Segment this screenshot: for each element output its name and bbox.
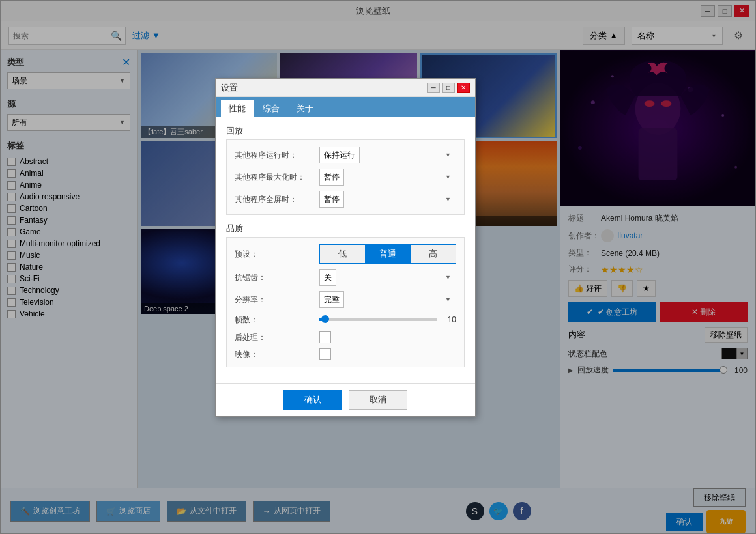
like-button[interactable]: 👍 好评	[568, 280, 607, 297]
preset-high-button[interactable]: 高	[411, 245, 456, 263]
preview-svg	[560, 50, 755, 206]
workshop-button[interactable]: ✔ ✔ 创意工坊	[568, 302, 656, 322]
other-run-select-wrapper: 保持运行	[319, 147, 456, 163]
frames-slider-wrap: 10	[319, 313, 456, 326]
tag-cartoon[interactable]: Cartoon	[7, 203, 130, 214]
tag-multi-monitor-checkbox[interactable]	[7, 240, 16, 248]
name-dropdown[interactable]: 名称 ▼	[632, 27, 723, 45]
settings-button[interactable]: ⚙	[729, 27, 748, 45]
favorite-button[interactable]: ★	[637, 280, 656, 297]
tag-technology-checkbox[interactable]	[7, 287, 16, 295]
tag-audio-responsive-checkbox[interactable]	[7, 193, 16, 201]
tag-fantasy-checkbox[interactable]	[7, 216, 16, 225]
tag-vehicle-checkbox[interactable]	[7, 310, 16, 318]
dialog-close-button[interactable]: ✕	[457, 83, 470, 93]
reflection-checkbox[interactable]	[319, 348, 331, 360]
clear-type-button[interactable]: ✕	[122, 57, 130, 68]
source-dropdown[interactable]: 所有	[7, 114, 130, 131]
playback-header: 回放	[226, 125, 465, 137]
frames-slider-thumb	[321, 315, 329, 323]
open-web-button[interactable]: → 从网页中打开	[253, 501, 330, 522]
other-max-select[interactable]: 暂停	[319, 169, 344, 186]
other-run-select[interactable]: 保持运行	[319, 147, 360, 163]
svg-point-6	[734, 166, 737, 169]
status-bar-label: 状态栏配色	[568, 348, 721, 359]
minimize-button[interactable]: ─	[701, 5, 715, 17]
name-dropdown-label: 名称	[637, 30, 711, 42]
tag-anime-checkbox[interactable]	[7, 181, 16, 190]
tag-scifi-checkbox[interactable]	[7, 275, 16, 283]
tag-television-checkbox[interactable]	[7, 298, 16, 307]
speed-slider[interactable]	[613, 369, 724, 372]
tag-game-checkbox[interactable]	[7, 228, 16, 236]
close-button[interactable]: ✕	[734, 5, 749, 17]
other-run-row: 其他程序运行时： 保持运行	[235, 147, 456, 163]
tag-television[interactable]: Television	[7, 296, 130, 308]
anime-preview-image	[560, 50, 755, 206]
quality-section-title: 品质	[226, 223, 243, 233]
open-file-button[interactable]: 📂 从文件中打开	[167, 501, 246, 522]
tag-music[interactable]: Music	[7, 249, 130, 261]
tag-anime[interactable]: Anime	[7, 179, 130, 191]
type-dropdown[interactable]: 场景	[7, 72, 130, 89]
tag-nature-checkbox[interactable]	[7, 263, 16, 272]
remove-wallpaper-button[interactable]: 移除壁纸	[693, 488, 746, 507]
tag-abstract-checkbox[interactable]	[7, 158, 16, 166]
tag-cartoon-checkbox[interactable]	[7, 204, 16, 213]
tag-abstract[interactable]: Abstract	[7, 156, 130, 167]
color-swatch[interactable]	[721, 348, 737, 359]
confirm-button-bottom[interactable]: 确认	[666, 513, 703, 531]
tag-multi-monitor[interactable]: Multi-monitor optimized	[7, 238, 130, 249]
window-title: 浏览壁纸	[46, 5, 701, 17]
browse-workshop-button[interactable]: 🔨 浏览创意工坊	[10, 501, 90, 522]
search-input[interactable]	[13, 31, 111, 40]
antialias-select[interactable]: 关	[319, 269, 336, 286]
tag-music-checkbox[interactable]	[7, 251, 16, 260]
color-dropdown-arrow[interactable]: ▼	[737, 348, 748, 359]
filter-button[interactable]: 过滤 ▼	[132, 30, 160, 42]
tab-about[interactable]: 关于	[289, 100, 321, 117]
twitter-icon[interactable]: 🐦	[489, 502, 508, 520]
tag-scifi[interactable]: Sci-Fi	[7, 273, 130, 285]
tag-technology[interactable]: Technology	[7, 285, 130, 296]
dialog-confirm-button[interactable]: 确认	[284, 390, 342, 410]
settings-dialog: 设置 ─ □ ✕ 性能 综合 关于 回放 其他程序运行时：	[215, 78, 476, 417]
filter-icon: ▼	[152, 31, 160, 40]
web-icon: →	[263, 507, 270, 516]
author-link[interactable]: Iluvatar	[617, 231, 643, 240]
status-bar-row: 状态栏配色 ▼	[568, 348, 748, 359]
browse-shop-button[interactable]: 🛒 浏览商店	[96, 501, 160, 522]
facebook-icon[interactable]: f	[513, 502, 531, 520]
tab-general[interactable]: 综合	[255, 100, 287, 117]
tag-game[interactable]: Game	[7, 226, 130, 238]
tag-fantasy[interactable]: Fantasy	[7, 214, 130, 226]
other-full-select[interactable]: 暂停	[319, 191, 344, 208]
tag-animal-checkbox[interactable]	[7, 169, 16, 178]
resolution-select[interactable]: 完整	[319, 291, 344, 308]
reset-button[interactable]: 移除壁纸	[705, 327, 748, 343]
toolbar: 🔍 过滤 ▼ 分类 ▲ 名称 ▼ ⚙	[1, 21, 755, 50]
frames-slider[interactable]	[319, 318, 437, 321]
resolution-select-wrapper: 完整	[319, 291, 456, 308]
dislike-button[interactable]: 👎	[611, 280, 633, 297]
tag-nature[interactable]: Nature	[7, 261, 130, 273]
tag-vehicle[interactable]: Vehicle	[7, 308, 130, 320]
workshop-icon: 🔨	[20, 507, 30, 516]
postprocess-checkbox[interactable]	[319, 331, 331, 343]
delete-button[interactable]: ✕ 删除	[660, 302, 748, 322]
preset-low-button[interactable]: 低	[320, 245, 365, 263]
preset-normal-button[interactable]: 普通	[365, 245, 410, 263]
other-max-label: 其他程序最大化时：	[235, 172, 319, 183]
antialias-label: 抗锯齿：	[235, 272, 319, 283]
maximize-button[interactable]: □	[718, 5, 732, 17]
sort-button[interactable]: 分类 ▲	[583, 27, 625, 45]
dialog-minimize-button[interactable]: ─	[427, 83, 440, 93]
tab-performance[interactable]: 性能	[221, 100, 254, 117]
steam-icon[interactable]: S	[466, 502, 484, 520]
dialog-maximize-button[interactable]: □	[442, 83, 455, 93]
other-full-label: 其他程序全屏时：	[235, 194, 319, 205]
tag-audio-responsive[interactable]: Audio responsive	[7, 191, 130, 203]
tag-animal[interactable]: Animal	[7, 167, 130, 179]
action-buttons: 👍 好评 👎 ★	[568, 280, 748, 297]
dialog-cancel-button[interactable]: 取消	[349, 390, 407, 410]
